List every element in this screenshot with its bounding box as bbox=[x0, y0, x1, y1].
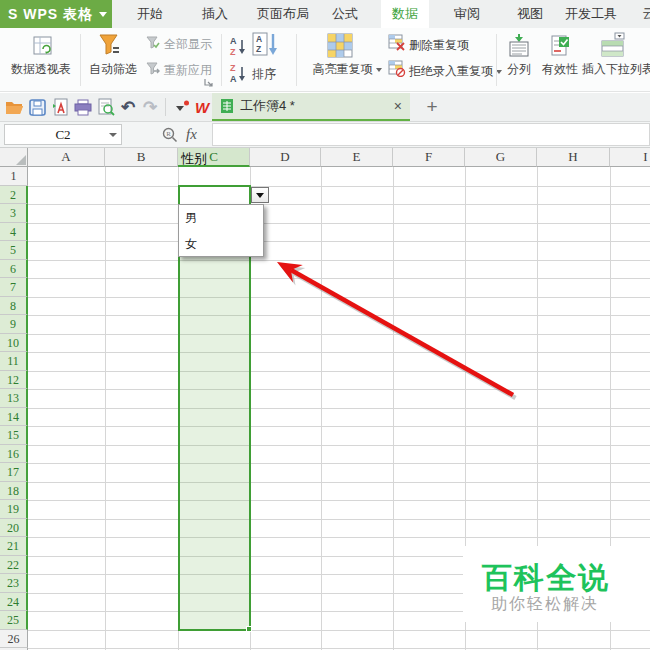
column-header-D[interactable]: D bbox=[250, 148, 321, 167]
show-all-funnel-icon bbox=[146, 36, 160, 50]
text-to-columns-button[interactable]: 分列 bbox=[505, 61, 533, 78]
wps-w-icon[interactable]: W bbox=[192, 96, 212, 118]
menu-tab-2[interactable]: 插入 bbox=[191, 0, 239, 28]
pivot-table-button[interactable]: 数据透视表 bbox=[8, 61, 74, 78]
row-header-16[interactable]: 16 bbox=[0, 445, 28, 464]
sort-desc-icon[interactable]: Z A bbox=[228, 61, 248, 85]
highlight-duplicates-button[interactable]: 高亮重复项 bbox=[308, 61, 386, 78]
dropdown-list[interactable]: 男女 bbox=[178, 204, 264, 257]
autofilter-button[interactable]: 自动筛选 bbox=[86, 61, 140, 78]
gridline-horizontal bbox=[28, 426, 650, 427]
formula-input[interactable] bbox=[212, 123, 650, 146]
highlight-duplicates-icon bbox=[327, 33, 353, 58]
spreadsheet-file-icon bbox=[220, 98, 234, 114]
dropdown-arrow-icon bbox=[256, 193, 264, 198]
row-header-23[interactable]: 23 bbox=[0, 574, 28, 593]
row-header-6[interactable]: 6 bbox=[0, 260, 28, 279]
row-header-4[interactable]: 4 bbox=[0, 223, 28, 242]
svg-text:Z: Z bbox=[230, 63, 236, 73]
menu-tab-8[interactable]: 开发工具 bbox=[558, 0, 624, 28]
menu-tab-1[interactable]: 开始 bbox=[126, 0, 174, 28]
sort-dialog-icon[interactable]: A Z bbox=[252, 32, 280, 58]
spreadsheet-grid[interactable]: ABCDEFGHI1234567891011121314151617181920… bbox=[0, 148, 650, 650]
wps-logo[interactable]: S WPS 表格 bbox=[0, 0, 112, 28]
column-header-H[interactable]: H bbox=[537, 148, 610, 167]
row-header-18[interactable]: 18 bbox=[0, 482, 28, 501]
column-header-E[interactable]: E bbox=[321, 148, 393, 167]
print-icon[interactable] bbox=[73, 96, 93, 118]
row-header-26[interactable]: 26 bbox=[0, 630, 28, 649]
customize-toolbar-icon[interactable] bbox=[172, 96, 192, 118]
column-header-A[interactable]: A bbox=[28, 148, 105, 167]
insert-dropdown-list-button[interactable]: 插入下拉列表 bbox=[582, 61, 650, 78]
document-tab[interactable]: 工作簿4 * × bbox=[212, 93, 410, 121]
menu-tab-7[interactable]: 视图 bbox=[506, 0, 554, 28]
fill-handle[interactable] bbox=[246, 626, 252, 632]
menu-tab-3[interactable]: 页面布局 bbox=[243, 0, 323, 28]
row-header-11[interactable]: 11 bbox=[0, 352, 28, 371]
fx-label[interactable]: fx bbox=[186, 126, 197, 143]
row-header-20[interactable]: 20 bbox=[0, 519, 28, 538]
validation-icon bbox=[548, 33, 573, 58]
reject-duplicates-button[interactable]: 拒绝录入重复项 bbox=[409, 63, 502, 80]
row-header-15[interactable]: 15 bbox=[0, 426, 28, 445]
row-header-7[interactable]: 7 bbox=[0, 278, 28, 297]
gridline-horizontal bbox=[28, 223, 650, 224]
row-header-14[interactable]: 14 bbox=[0, 408, 28, 427]
name-box-caret-icon[interactable] bbox=[109, 133, 117, 137]
redo-icon[interactable]: ↷ bbox=[140, 96, 160, 118]
row-header-17[interactable]: 17 bbox=[0, 463, 28, 482]
row-header-22[interactable]: 22 bbox=[0, 556, 28, 575]
reapply-button[interactable]: 重新应用 bbox=[164, 62, 212, 79]
gridline-vertical bbox=[105, 167, 106, 650]
dialog-launcher-icon[interactable] bbox=[204, 78, 213, 87]
export-pdf-icon[interactable] bbox=[50, 96, 70, 118]
menu-tab-5[interactable]: 数据 bbox=[381, 0, 429, 28]
reject-duplicates-icon bbox=[388, 60, 406, 77]
row-header-12[interactable]: 12 bbox=[0, 371, 28, 390]
row-header-5[interactable]: 5 bbox=[0, 241, 28, 260]
gridline-horizontal bbox=[28, 445, 650, 446]
close-tab-icon[interactable]: × bbox=[394, 98, 402, 114]
menu-tab-6[interactable]: 审阅 bbox=[443, 0, 491, 28]
row-header-21[interactable]: 21 bbox=[0, 537, 28, 556]
row-header-10[interactable]: 10 bbox=[0, 334, 28, 353]
column-header-G[interactable]: G bbox=[465, 148, 537, 167]
select-all-corner[interactable] bbox=[0, 148, 28, 167]
column-header-I[interactable]: I bbox=[610, 148, 650, 167]
row-header-3[interactable]: 3 bbox=[0, 204, 28, 223]
row-header-25[interactable]: 25 bbox=[0, 611, 28, 630]
column-header-B[interactable]: B bbox=[105, 148, 178, 167]
delete-duplicates-icon bbox=[388, 34, 406, 51]
new-tab-button[interactable]: + bbox=[420, 95, 444, 119]
gridline-horizontal bbox=[28, 519, 650, 520]
menu-tab-4[interactable]: 公式 bbox=[321, 0, 369, 28]
row-header-2[interactable]: 2 bbox=[0, 186, 28, 205]
validation-button[interactable]: 有效性 bbox=[540, 61, 580, 78]
row-header-13[interactable]: 13 bbox=[0, 389, 28, 408]
row-header-1[interactable]: 1 bbox=[0, 167, 28, 186]
dropdown-item-2[interactable]: 女 bbox=[179, 231, 263, 257]
gridline-horizontal bbox=[28, 537, 650, 538]
row-header-19[interactable]: 19 bbox=[0, 500, 28, 519]
sort-button[interactable]: 排序 bbox=[252, 66, 276, 83]
data-validation-dropdown-button[interactable] bbox=[251, 187, 269, 203]
print-preview-icon[interactable] bbox=[96, 96, 116, 118]
column-header-F[interactable]: F bbox=[393, 148, 465, 167]
name-box[interactable]: C2 bbox=[4, 124, 122, 145]
document-tab-title: 工作簿4 * bbox=[240, 97, 295, 115]
ribbon: 数据透视表 自动筛选 全部显示 重新应用 A Z bbox=[0, 28, 650, 92]
row-header-9[interactable]: 9 bbox=[0, 315, 28, 334]
row-header-24[interactable]: 24 bbox=[0, 593, 28, 612]
gridline-horizontal bbox=[28, 648, 650, 649]
magnifier-icon[interactable]: R bbox=[162, 127, 178, 143]
menu-tab-9[interactable]: 云 bbox=[634, 0, 650, 28]
open-file-icon[interactable] bbox=[4, 96, 24, 118]
save-icon[interactable] bbox=[27, 96, 47, 118]
dropdown-item-1[interactable]: 男 bbox=[179, 205, 263, 231]
undo-icon[interactable]: ↶ bbox=[118, 96, 138, 118]
delete-duplicates-button[interactable]: 删除重复项 bbox=[409, 37, 469, 54]
row-header-8[interactable]: 8 bbox=[0, 297, 28, 316]
show-all-button[interactable]: 全部显示 bbox=[164, 36, 212, 53]
sort-asc-icon[interactable]: A Z bbox=[228, 34, 248, 58]
